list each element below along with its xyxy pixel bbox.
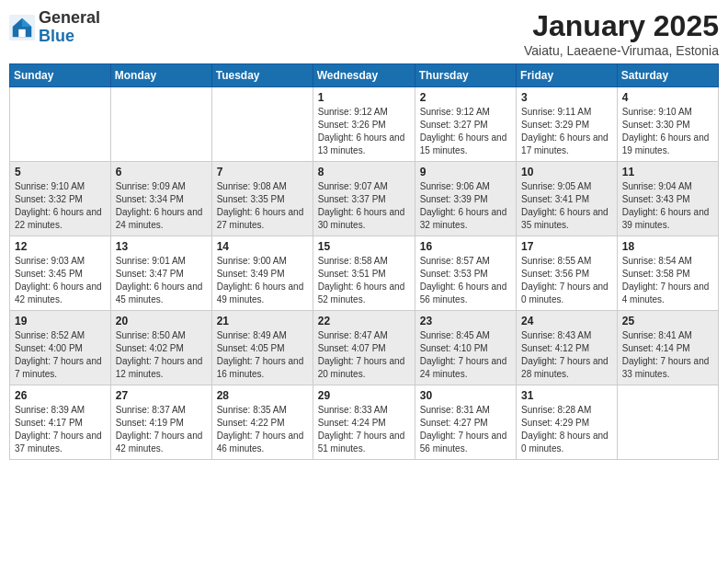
day-number: 16 [420,240,511,253]
calendar-day-cell: 4Sunrise: 9:10 AM Sunset: 3:30 PM Daylig… [617,87,718,162]
day-info: Sunrise: 8:54 AM Sunset: 3:58 PM Dayligh… [622,255,713,306]
calendar-day-cell: 25Sunrise: 8:41 AM Sunset: 4:14 PM Dayli… [617,311,718,385]
calendar-day-cell: 13Sunrise: 9:01 AM Sunset: 3:47 PM Dayli… [110,236,211,311]
day-info: Sunrise: 9:09 AM Sunset: 3:34 PM Dayligh… [116,180,207,232]
day-info: Sunrise: 8:52 AM Sunset: 4:00 PM Dayligh… [15,329,106,381]
logo-blue: Blue [39,27,74,45]
day-info: Sunrise: 8:31 AM Sunset: 4:27 PM Dayligh… [420,404,511,455]
calendar-day-cell: 14Sunrise: 9:00 AM Sunset: 3:49 PM Dayli… [211,236,313,311]
calendar-day-cell: 15Sunrise: 8:58 AM Sunset: 3:51 PM Dayli… [313,236,415,311]
day-number: 23 [420,315,511,327]
day-number: 1 [318,91,410,104]
day-number: 2 [420,91,511,104]
day-info: Sunrise: 9:12 AM Sunset: 3:27 PM Dayligh… [420,106,511,157]
calendar-day-cell: 31Sunrise: 8:28 AM Sunset: 4:29 PM Dayli… [517,385,618,460]
day-info: Sunrise: 8:47 AM Sunset: 4:07 PM Dayligh… [318,329,410,381]
logo-icon [9,15,35,40]
calendar-day-cell: 16Sunrise: 8:57 AM Sunset: 3:53 PM Dayli… [415,236,516,311]
day-number: 14 [217,240,308,253]
day-info: Sunrise: 9:05 AM Sunset: 3:41 PM Dayligh… [521,180,612,232]
calendar-day-cell: 23Sunrise: 8:45 AM Sunset: 4:10 PM Dayli… [415,311,516,385]
calendar-day-cell: 12Sunrise: 9:03 AM Sunset: 3:45 PM Dayli… [10,236,111,311]
day-number: 6 [116,166,207,178]
day-number: 17 [521,240,612,253]
day-info: Sunrise: 9:10 AM Sunset: 3:32 PM Dayligh… [15,180,106,232]
calendar-day-cell: 26Sunrise: 8:39 AM Sunset: 4:17 PM Dayli… [10,385,111,460]
calendar-day-cell: 7Sunrise: 9:08 AM Sunset: 3:35 PM Daylig… [211,162,313,236]
calendar-day-cell: 27Sunrise: 8:37 AM Sunset: 4:19 PM Dayli… [110,385,211,460]
day-number: 21 [217,315,308,327]
day-info: Sunrise: 8:55 AM Sunset: 3:56 PM Dayligh… [521,255,612,306]
calendar-day-cell: 8Sunrise: 9:07 AM Sunset: 3:37 PM Daylig… [313,162,415,236]
day-number: 5 [15,166,106,178]
day-info: Sunrise: 9:11 AM Sunset: 3:29 PM Dayligh… [521,106,612,157]
weekday-header: Wednesday [313,64,415,87]
day-number: 26 [15,389,106,402]
day-info: Sunrise: 8:41 AM Sunset: 4:14 PM Dayligh… [622,329,713,381]
day-info: Sunrise: 8:49 AM Sunset: 4:05 PM Dayligh… [217,329,308,381]
day-number: 4 [622,91,713,104]
calendar-day-cell: 22Sunrise: 8:47 AM Sunset: 4:07 PM Dayli… [313,311,415,385]
day-info: Sunrise: 9:07 AM Sunset: 3:37 PM Dayligh… [318,180,410,232]
calendar-day-cell [10,87,111,162]
calendar-day-cell: 18Sunrise: 8:54 AM Sunset: 3:58 PM Dayli… [617,236,718,311]
day-info: Sunrise: 9:03 AM Sunset: 3:45 PM Dayligh… [15,255,106,306]
day-info: Sunrise: 8:33 AM Sunset: 4:24 PM Dayligh… [318,404,410,455]
day-number: 20 [116,315,207,327]
day-number: 24 [521,315,612,327]
calendar-day-cell: 5Sunrise: 9:10 AM Sunset: 3:32 PM Daylig… [10,162,111,236]
logo-general: General [39,8,100,27]
weekday-header: Friday [517,64,618,87]
day-info: Sunrise: 8:37 AM Sunset: 4:19 PM Dayligh… [116,404,207,455]
day-info: Sunrise: 8:28 AM Sunset: 4:29 PM Dayligh… [521,404,612,455]
calendar-day-cell: 11Sunrise: 9:04 AM Sunset: 3:43 PM Dayli… [617,162,718,236]
day-info: Sunrise: 9:10 AM Sunset: 3:30 PM Dayligh… [622,106,713,157]
calendar-day-cell: 30Sunrise: 8:31 AM Sunset: 4:27 PM Dayli… [415,385,516,460]
day-info: Sunrise: 8:35 AM Sunset: 4:22 PM Dayligh… [217,404,308,455]
day-info: Sunrise: 9:01 AM Sunset: 3:47 PM Dayligh… [116,255,207,306]
day-number: 12 [15,240,106,253]
calendar-week-row: 26Sunrise: 8:39 AM Sunset: 4:17 PM Dayli… [10,385,719,460]
calendar-week-row: 19Sunrise: 8:52 AM Sunset: 4:00 PM Dayli… [10,311,719,385]
calendar-day-cell: 17Sunrise: 8:55 AM Sunset: 3:56 PM Dayli… [517,236,618,311]
day-number: 7 [217,166,308,178]
logo: General Blue [9,9,100,46]
day-number: 22 [318,315,410,327]
calendar-day-cell: 1Sunrise: 9:12 AM Sunset: 3:26 PM Daylig… [313,87,415,162]
calendar-day-cell [211,87,313,162]
day-number: 15 [318,240,410,253]
weekday-header: Saturday [617,64,718,87]
day-number: 11 [622,166,713,178]
day-info: Sunrise: 9:04 AM Sunset: 3:43 PM Dayligh… [622,180,713,232]
day-info: Sunrise: 8:58 AM Sunset: 3:51 PM Dayligh… [318,255,410,306]
weekday-header: Tuesday [211,64,313,87]
calendar-week-row: 5Sunrise: 9:10 AM Sunset: 3:32 PM Daylig… [10,162,719,236]
calendar-week-row: 1Sunrise: 9:12 AM Sunset: 3:26 PM Daylig… [10,87,719,162]
day-info: Sunrise: 8:43 AM Sunset: 4:12 PM Dayligh… [521,329,612,381]
calendar-day-cell [617,385,718,460]
day-number: 8 [318,166,410,178]
calendar-week-row: 12Sunrise: 9:03 AM Sunset: 3:45 PM Dayli… [10,236,719,311]
day-number: 28 [217,389,308,402]
calendar-subtitle: Vaiatu, Laeaene-Virumaa, Estonia [524,43,719,58]
calendar-table: SundayMondayTuesdayWednesdayThursdayFrid… [9,63,719,460]
day-number: 9 [420,166,511,178]
day-info: Sunrise: 8:39 AM Sunset: 4:17 PM Dayligh… [15,404,106,455]
day-number: 19 [15,315,106,327]
calendar-header-row: SundayMondayTuesdayWednesdayThursdayFrid… [10,64,719,87]
calendar-day-cell: 20Sunrise: 8:50 AM Sunset: 4:02 PM Dayli… [110,311,211,385]
page-header: General Blue January 2025 Vaiatu, Laeaen… [9,9,719,58]
calendar-day-cell: 10Sunrise: 9:05 AM Sunset: 3:41 PM Dayli… [517,162,618,236]
day-number: 3 [521,91,612,104]
calendar-day-cell: 2Sunrise: 9:12 AM Sunset: 3:27 PM Daylig… [415,87,516,162]
title-block: January 2025 Vaiatu, Laeaene-Virumaa, Es… [524,9,719,58]
day-number: 27 [116,389,207,402]
calendar-day-cell: 9Sunrise: 9:06 AM Sunset: 3:39 PM Daylig… [415,162,516,236]
calendar-day-cell: 28Sunrise: 8:35 AM Sunset: 4:22 PM Dayli… [211,385,313,460]
calendar-day-cell: 6Sunrise: 9:09 AM Sunset: 3:34 PM Daylig… [110,162,211,236]
calendar-day-cell: 21Sunrise: 8:49 AM Sunset: 4:05 PM Dayli… [211,311,313,385]
day-info: Sunrise: 9:08 AM Sunset: 3:35 PM Dayligh… [217,180,308,232]
calendar-title: January 2025 [524,9,719,43]
calendar-day-cell [110,87,211,162]
weekday-header: Sunday [10,64,111,87]
